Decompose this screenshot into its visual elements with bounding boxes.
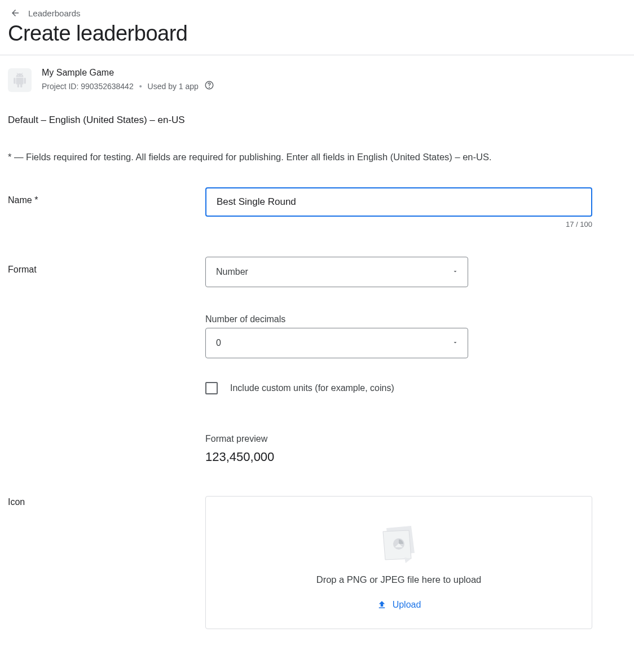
format-select-value: Number <box>216 267 248 277</box>
name-row: Name * 17 / 100 <box>8 187 626 229</box>
required-note: * — Fields required for testing. All fie… <box>8 152 626 162</box>
svg-point-1 <box>209 87 210 87</box>
header-divider <box>0 55 634 55</box>
used-by-text: Used by 1 app <box>148 82 199 91</box>
separator-dot: • <box>139 82 142 91</box>
decimals-select-value: 0 <box>216 338 221 348</box>
back-arrow-icon[interactable] <box>10 8 20 18</box>
game-name: My Sample Game <box>42 68 214 78</box>
breadcrumb-label[interactable]: Leaderboards <box>28 8 81 18</box>
game-meta: My Sample Game Project ID: 990352638442 … <box>42 68 214 92</box>
name-char-counter: 17 / 100 <box>205 220 592 229</box>
file-stack-icon <box>376 524 421 565</box>
custom-units-checkbox[interactable] <box>205 382 218 394</box>
format-label: Format <box>8 257 205 275</box>
dropzone-text: Drop a PNG or JPEG file here to upload <box>316 574 482 585</box>
custom-units-label: Include custom units (for example, coins… <box>230 383 394 393</box>
android-icon <box>8 68 32 92</box>
custom-units-row: Include custom units (for example, coins… <box>205 382 592 394</box>
name-input[interactable] <box>205 187 592 217</box>
upload-icon <box>377 600 387 610</box>
icon-row: Icon Drop a PNG or JPEG file here to upl… <box>8 496 626 629</box>
chevron-down-icon <box>452 338 459 348</box>
game-header: My Sample Game Project ID: 990352638442 … <box>8 68 626 92</box>
format-select[interactable]: Number <box>205 257 468 287</box>
icon-dropzone[interactable]: Drop a PNG or JPEG file here to upload U… <box>205 496 592 629</box>
chevron-down-icon <box>452 267 459 277</box>
format-row: Format Number Number of decimals 0 Inclu… <box>8 257 626 464</box>
icon-label: Icon <box>8 496 205 507</box>
project-id: Project ID: 990352638442 <box>42 82 134 91</box>
decimals-select[interactable]: 0 <box>205 328 468 358</box>
locale-line: Default – English (United States) – en-U… <box>8 115 626 126</box>
breadcrumb: Leaderboards <box>10 8 626 18</box>
page-title: Create leaderboard <box>8 21 626 46</box>
upload-label: Upload <box>393 600 421 610</box>
format-preview-label: Format preview <box>205 434 592 444</box>
format-preview-value: 123,450,000 <box>205 450 592 464</box>
name-label: Name * <box>8 187 205 205</box>
help-icon[interactable] <box>204 80 214 92</box>
decimals-label: Number of decimals <box>205 314 592 324</box>
upload-button[interactable]: Upload <box>377 600 421 610</box>
